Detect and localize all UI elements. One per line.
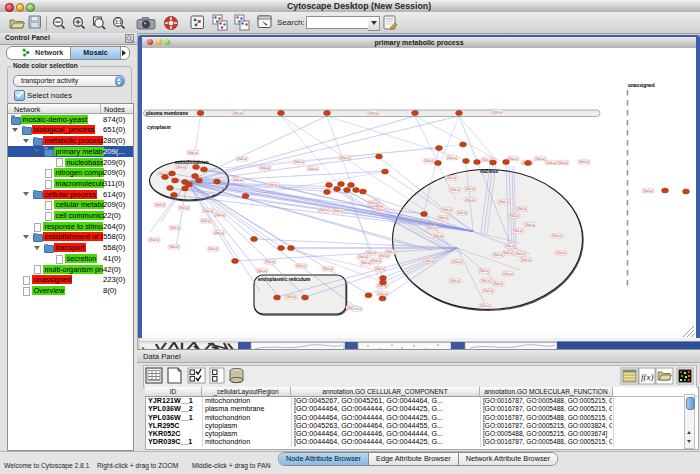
svg-text:unassigned: unassigned <box>628 83 655 88</box>
svg-text:(Gal-a): (Gal-a) <box>427 226 437 230</box>
svg-text:(Gal-a): (Gal-a) <box>237 157 247 161</box>
svg-text:(Gal-a): (Gal-a) <box>368 201 378 205</box>
svg-text:1:1: 1:1 <box>115 20 122 25</box>
svg-text:(Gal-a): (Gal-a) <box>176 165 186 169</box>
svg-text:(Gal-a): (Gal-a) <box>425 259 435 263</box>
svg-text:(Gal-a): (Gal-a) <box>505 244 515 248</box>
svg-text:(Gal-a): (Gal-a) <box>517 207 527 211</box>
svg-text:(Gal-a): (Gal-a) <box>379 254 389 258</box>
svg-text:(Gal-a): (Gal-a) <box>508 157 518 161</box>
svg-text:(Gal-a): (Gal-a) <box>188 151 198 155</box>
svg-text:(Gal-a): (Gal-a) <box>323 267 333 271</box>
svg-text:(Gal-a): (Gal-a) <box>492 110 502 114</box>
svg-text:(Gal-a): (Gal-a) <box>447 156 457 160</box>
svg-text:(Gal-a): (Gal-a) <box>450 188 460 192</box>
svg-text:f(x): f(x) <box>641 372 654 382</box>
svg-text:(Gal-a): (Gal-a) <box>333 209 343 213</box>
svg-text:(Gal-a): (Gal-a) <box>579 160 589 164</box>
svg-text:(Gal-a): (Gal-a) <box>509 214 519 218</box>
svg-text:(Gal-a): (Gal-a) <box>424 159 434 163</box>
svg-text:(Gal-a): (Gal-a) <box>179 206 189 210</box>
svg-text:(Gal-a): (Gal-a) <box>457 211 467 215</box>
svg-text:(Gal-a): (Gal-a) <box>499 200 509 204</box>
svg-text:(Gal-a): (Gal-a) <box>515 252 525 256</box>
svg-text:(Gal-a): (Gal-a) <box>233 111 243 115</box>
svg-text:cytoplasm: cytoplasm <box>147 125 171 130</box>
svg-text:(Gal-a): (Gal-a) <box>215 213 225 217</box>
svg-text:(Gal-a): (Gal-a) <box>268 183 278 187</box>
svg-text:(Gal-a): (Gal-a) <box>214 231 224 235</box>
svg-text:(Gal-a): (Gal-a) <box>257 269 267 273</box>
svg-text:(Gal-a): (Gal-a) <box>535 157 545 161</box>
svg-text:(Gal-a): (Gal-a) <box>446 176 456 180</box>
svg-text:(Gal-a): (Gal-a) <box>208 247 218 251</box>
svg-text:(Gal-a): (Gal-a) <box>170 226 180 230</box>
svg-text:(Gal-a): (Gal-a) <box>479 269 489 273</box>
svg-text:(Gal-a): (Gal-a) <box>265 260 275 264</box>
svg-text:(Gal-a): (Gal-a) <box>452 260 462 264</box>
svg-text:(and-a): (and-a) <box>352 307 362 311</box>
svg-text:(Gal-a): (Gal-a) <box>643 189 653 193</box>
svg-text:(Gal-a): (Gal-a) <box>493 282 503 286</box>
svg-text:(Gal-a): (Gal-a) <box>149 238 159 242</box>
svg-text:(Gal-a): (Gal-a) <box>433 234 443 238</box>
svg-text:(Gal-a): (Gal-a) <box>483 289 493 293</box>
svg-text:(Gal-a): (Gal-a) <box>465 198 475 202</box>
svg-text:(Gal-a): (Gal-a) <box>155 203 165 207</box>
svg-text:(Gal-a): (Gal-a) <box>480 304 490 308</box>
svg-text:(Gal-a): (Gal-a) <box>378 292 388 296</box>
svg-text:(Gal-a): (Gal-a) <box>376 208 386 212</box>
svg-text:(Gal-a): (Gal-a) <box>481 279 491 283</box>
svg-text:(Gal-a): (Gal-a) <box>558 161 568 165</box>
svg-text:(Gal-a): (Gal-a) <box>260 166 270 170</box>
svg-text:(Gal-a): (Gal-a) <box>201 219 211 223</box>
svg-text:(Gal-a): (Gal-a) <box>340 156 350 160</box>
svg-text:(Gal-a): (Gal-a) <box>366 251 376 255</box>
svg-text:(Gal-a): (Gal-a) <box>493 253 503 257</box>
svg-text:(Gal-a): (Gal-a) <box>375 267 385 271</box>
svg-text:(Gal-a): (Gal-a) <box>296 264 306 268</box>
svg-text:(Gal-a): (Gal-a) <box>386 250 396 254</box>
svg-text:(Gal-a): (Gal-a) <box>203 209 213 213</box>
svg-text:(Gal-a): (Gal-a) <box>319 208 329 212</box>
svg-text:(Gal-a): (Gal-a) <box>552 234 562 238</box>
svg-text:(Gal-a): (Gal-a) <box>521 258 531 262</box>
svg-text:(Gal-a): (Gal-a) <box>450 279 460 283</box>
svg-text:(Gal-a): (Gal-a) <box>513 229 523 233</box>
svg-text:(Gal-a): (Gal-a) <box>503 272 513 276</box>
svg-text:(Gal-a): (Gal-a) <box>358 255 368 259</box>
svg-text:(Gal-a): (Gal-a) <box>442 208 452 212</box>
svg-text:(Gal-a): (Gal-a) <box>308 167 318 171</box>
svg-text:(Gal-a): (Gal-a) <box>525 223 535 227</box>
svg-text:(Gal-a): (Gal-a) <box>465 187 475 191</box>
svg-text:plasma membrane: plasma membrane <box>146 111 188 116</box>
svg-text:(Gal-a): (Gal-a) <box>438 216 448 220</box>
svg-text:(Gal-a): (Gal-a) <box>169 245 179 249</box>
svg-text:(Gal-a): (Gal-a) <box>294 160 304 164</box>
svg-text:(Gal-a): (Gal-a) <box>286 295 296 299</box>
svg-text:(Gal-a): (Gal-a) <box>233 178 243 182</box>
svg-text:(Gal-a): (Gal-a) <box>361 261 371 265</box>
svg-text:(Gal-a): (Gal-a) <box>368 111 378 115</box>
svg-text:(Gal-a): (Gal-a) <box>546 161 556 165</box>
svg-text:(Gal-a): (Gal-a) <box>556 251 566 255</box>
